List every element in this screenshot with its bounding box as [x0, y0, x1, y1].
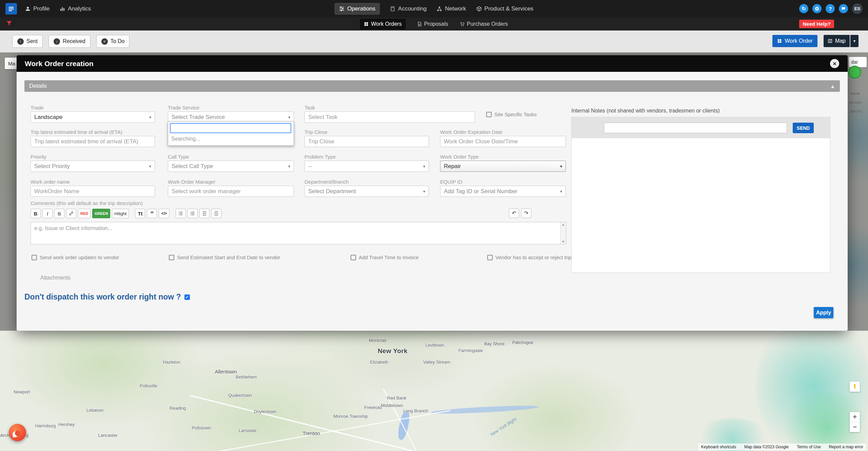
caret-down-icon: ▾ — [288, 164, 290, 169]
pegman-control[interactable] — [850, 382, 860, 392]
modal-close-button[interactable]: ✕ — [830, 59, 839, 68]
work-order-button[interactable]: Work Order — [772, 35, 817, 47]
call-type-select[interactable]: Select Call Type ▾ — [168, 161, 294, 172]
highlight-button[interactable]: Hilight — [112, 209, 129, 218]
expiration-input[interactable] — [440, 136, 566, 147]
italic-button[interactable]: I — [42, 209, 53, 218]
trade-service-dropdown: Searching... — [168, 121, 294, 146]
map-label: Hazleton — [163, 360, 180, 365]
heading-button[interactable]: Tt — [135, 209, 145, 218]
map-label: Newport — [14, 389, 30, 394]
internal-notes-input[interactable] — [604, 123, 787, 133]
filter-funnel-icon[interactable] — [6, 20, 12, 26]
trip-close-input[interactable] — [304, 136, 429, 147]
redo-button[interactable]: ↷ — [521, 208, 531, 218]
green-text-button[interactable]: GREEN — [92, 209, 110, 218]
numbered-list-button[interactable] — [188, 209, 198, 218]
cb-send-updates[interactable]: Send work order updates to vendor — [32, 254, 119, 260]
sent-button[interactable]: ↑ Sent — [12, 35, 43, 48]
trade-service-search-input[interactable] — [170, 123, 291, 133]
textarea-scrollbar[interactable]: ▲ ▼ — [560, 222, 566, 244]
sent-label: Sent — [26, 38, 38, 44]
zoom-in-button[interactable]: + — [850, 412, 860, 422]
dispatch-toggle[interactable]: Don't dispatch this work order right now… — [24, 292, 190, 302]
equip-id-select[interactable]: Add Tag ID or Serial Number ▾ — [440, 186, 566, 197]
chat-button[interactable] — [839, 4, 848, 13]
trade-select[interactable]: Landscape ▾ — [31, 111, 155, 123]
report-error-link[interactable]: Report a map error — [829, 445, 863, 449]
send-dates-checkbox[interactable] — [169, 255, 174, 260]
cb-vendor-accept[interactable]: Vendor has to accept or reject trip — [487, 254, 571, 260]
problem-type-select[interactable]: -- ▾ — [304, 161, 429, 172]
bullet-list-button[interactable] — [176, 209, 186, 218]
outdent-button[interactable] — [199, 209, 210, 218]
tab-purchase-orders[interactable]: Purchase Orders — [460, 21, 508, 27]
cb-send-dates[interactable]: Send Estimated Start and End Date to ven… — [169, 254, 280, 260]
person-icon — [25, 6, 31, 12]
work-order-name-input[interactable] — [31, 186, 155, 197]
indent-button[interactable] — [211, 209, 221, 218]
support-chat-button[interactable] — [9, 424, 26, 441]
received-button[interactable]: ↓ Received — [48, 35, 91, 48]
department-select[interactable]: Select Department ▾ — [304, 186, 429, 197]
send-button[interactable]: SEND — [793, 123, 814, 133]
apply-button[interactable]: Apply — [814, 307, 833, 318]
red-text-button[interactable]: RED — [78, 209, 91, 218]
tab-proposals-label: Proposals — [424, 21, 448, 27]
nav-profile[interactable]: Profile — [25, 5, 50, 12]
tab-proposals[interactable]: Proposals — [417, 21, 448, 27]
nav-products[interactable]: Product & Services — [476, 5, 534, 12]
bold-button[interactable]: B — [31, 209, 41, 218]
terms-link[interactable]: Terms of Use — [797, 445, 821, 449]
work-order-manager-input[interactable] — [168, 186, 294, 197]
nav-accounting[interactable]: Accounting — [390, 5, 427, 12]
nav-network[interactable]: Network — [437, 5, 466, 12]
app-logo[interactable] — [5, 3, 17, 15]
work-order-type-select[interactable]: Repair ▾ — [440, 161, 566, 172]
travel-time-label: Add Travel Time to Invoice — [359, 254, 419, 260]
site-specific-checkbox[interactable] — [486, 112, 492, 117]
settings-button[interactable]: ⚙ — [812, 4, 822, 13]
map-label: Trenton — [302, 430, 320, 436]
travel-time-checkbox[interactable] — [351, 255, 356, 260]
task-input[interactable] — [304, 111, 475, 123]
trip-close-label: Trip Close — [304, 129, 429, 135]
code-button[interactable]: </> — [159, 209, 169, 218]
trip-eta-input[interactable] — [31, 136, 155, 147]
send-updates-checkbox[interactable] — [32, 255, 37, 260]
comments-textarea[interactable]: e.g. Issue or Client information... ▲ ▼ — [31, 222, 566, 244]
user-avatar[interactable]: ES — [852, 3, 863, 14]
tab-work-orders[interactable]: Work Orders — [360, 19, 405, 29]
expiration-field: Work Order Expiration Date — [440, 129, 566, 147]
zoom-out-button[interactable]: − — [850, 422, 860, 432]
map-label: Bethlehem — [236, 374, 257, 380]
grid-icon — [777, 39, 782, 43]
nav-operations[interactable]: Operations — [335, 3, 380, 15]
trip-eta-label: Trip latest estimated time of arrival (E… — [31, 129, 155, 135]
strikethrough-button[interactable]: S — [54, 209, 64, 218]
calendar-button-fragment[interactable]: dar — [849, 57, 867, 67]
todo-button[interactable]: ≡ To Do — [96, 35, 130, 48]
help-button[interactable]: ? — [826, 4, 835, 13]
vendor-accept-checkbox[interactable] — [487, 255, 493, 260]
undo-button[interactable]: ↶ — [509, 208, 519, 218]
need-help-button[interactable]: Need Help? — [799, 20, 834, 28]
blockquote-button[interactable]: “ — [147, 209, 157, 218]
work-order-type-field: Work Order Type Repair ▾ — [440, 154, 566, 172]
nav-analytics[interactable]: Analytics — [60, 5, 91, 12]
status-green-dot — [848, 66, 861, 79]
cb-travel-time[interactable]: Add Travel Time to Invoice — [351, 254, 419, 260]
site-specific-tasks[interactable]: Site Specific Tasks — [486, 111, 537, 117]
map-view-button[interactable]: Map — [824, 35, 850, 47]
dispatch-checkbox[interactable]: ✓ — [184, 294, 190, 300]
searching-text: Searching... — [171, 136, 200, 142]
keyboard-shortcuts-link[interactable]: Keyboard shortcuts — [701, 445, 736, 449]
refresh-button[interactable]: ↻ — [799, 4, 808, 13]
map-label: Lansdale — [239, 428, 257, 433]
map-label: Farmingdale — [458, 348, 483, 353]
details-section-header[interactable]: Details ▲ — [24, 80, 840, 92]
link-button[interactable] — [66, 209, 76, 218]
work-order-manager-label: Work Order Manager — [168, 179, 294, 185]
priority-select[interactable]: Select Priority ▾ — [31, 161, 155, 172]
map-view-dropdown-button[interactable]: ▾ — [850, 35, 859, 47]
